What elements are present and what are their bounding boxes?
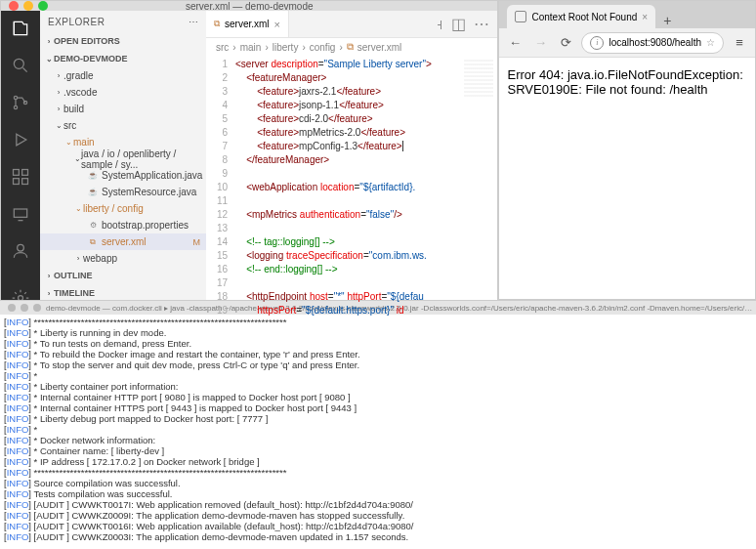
svg-point-1 (14, 96, 17, 99)
menu-icon[interactable]: ≡ (730, 33, 749, 53)
explorer-icon[interactable] (11, 19, 30, 42)
more-icon[interactable]: ⋯ (189, 17, 199, 27)
error-line1: Error 404: java.io.FileNotFoundException… (507, 67, 747, 82)
sidebar: EXPLORER ⋯ ›OPEN EDITORS ⌄DEMO-DEVMODE ›… (40, 11, 206, 321)
remote-icon[interactable] (11, 204, 30, 228)
folder-webapp[interactable]: ›webapp (40, 250, 206, 267)
close-tab-icon[interactable]: × (642, 12, 648, 22)
reload-icon[interactable]: ⟳ (556, 33, 575, 53)
svg-point-0 (14, 59, 23, 68)
close-window[interactable] (9, 1, 19, 11)
minimize-window[interactable] (23, 1, 33, 11)
back-icon[interactable]: ← (505, 33, 525, 53)
browser-tab[interactable]: Context Root Not Found × (507, 5, 655, 28)
error-line2: SRVE0190E: File not found: /health (507, 82, 747, 97)
favicon (515, 11, 526, 22)
activity-bar (1, 11, 40, 321)
folder-java-path[interactable]: ⌄java / io / openliberty / sample / sy..… (40, 150, 206, 167)
svg-rect-4 (14, 170, 20, 176)
browser-toolbar: ← → ⟳ i localhost:9080/health ☆ ≡ (499, 28, 755, 58)
folder-src[interactable]: ⌄src (40, 117, 206, 134)
vscode-window: server.xml — demo-devmode EXPLORER ⋯ ›OP… (0, 0, 498, 300)
svg-point-9 (18, 244, 24, 251)
svg-rect-6 (14, 179, 20, 185)
window-title: server.xml — demo-devmode (186, 1, 314, 12)
maximize-window[interactable] (38, 1, 48, 11)
svg-rect-8 (14, 209, 26, 217)
tab-more-icon[interactable]: ⋯ (474, 15, 489, 33)
browser-content: Error 404: java.io.FileNotFoundException… (499, 58, 755, 299)
forward-icon: → (530, 33, 550, 53)
site-info-icon[interactable]: i (590, 36, 604, 50)
breadcrumbs[interactable]: src › main › liberty › config › ⧉ server… (206, 38, 497, 56)
section-outline[interactable]: ›OUTLINE (40, 267, 206, 284)
compare-icon[interactable]: ⫞ (436, 16, 443, 33)
modified-badge: M (193, 237, 201, 247)
file-bootstrap[interactable]: ⚙bootstrap.properties (40, 217, 206, 233)
split-icon[interactable]: ◫ (451, 15, 466, 33)
terminal-window: demo-devmode — com.docker.cli ▸ java -cl… (0, 300, 756, 549)
explorer-label: EXPLORER (48, 17, 105, 27)
folder-vscode[interactable]: ›.vscode (40, 84, 206, 101)
file-sysres[interactable]: ☕SystemResource.java (40, 184, 206, 200)
vscode-titlebar: server.xml — demo-devmode (1, 1, 497, 11)
terminal-content[interactable]: [INFO] *********************************… (0, 315, 756, 549)
svg-rect-7 (22, 179, 28, 185)
file-serverxml[interactable]: ⧉server.xmlM (40, 233, 206, 250)
search-icon[interactable] (11, 56, 30, 79)
folder-gradle[interactable]: ›.gradle (40, 67, 206, 84)
new-tab-button[interactable]: + (655, 13, 679, 28)
debug-icon[interactable] (11, 130, 30, 153)
svg-rect-5 (22, 170, 28, 176)
section-open-editors[interactable]: ›OPEN EDITORS (40, 32, 206, 50)
address-bar[interactable]: i localhost:9080/health ☆ (581, 32, 724, 54)
bookmark-icon[interactable]: ☆ (706, 37, 715, 48)
close-tab-icon[interactable]: × (274, 19, 280, 30)
extensions-icon[interactable] (11, 167, 30, 190)
folder-liberty[interactable]: ⌄liberty / config (40, 200, 206, 217)
svg-point-2 (14, 106, 17, 108)
account-icon[interactable] (11, 241, 30, 265)
tab-serverxml[interactable]: ⧉ server.xml × (206, 11, 289, 37)
browser-window: Context Root Not Found × + ← → ⟳ i local… (498, 0, 756, 300)
file-sysapp[interactable]: ☕SystemApplication.java (40, 167, 206, 184)
code-area[interactable]: 12345678910111213141516171819 <server de… (206, 56, 497, 321)
folder-build[interactable]: ›build (40, 101, 206, 117)
section-project[interactable]: ⌄DEMO-DEVMODE (40, 50, 206, 67)
tab-bar: ⧉ server.xml × ⫞ ◫ ⋯ (206, 11, 497, 38)
scm-icon[interactable] (11, 93, 30, 116)
editor: ⧉ server.xml × ⫞ ◫ ⋯ src › main › libert… (206, 11, 497, 321)
minimap[interactable] (464, 60, 493, 99)
